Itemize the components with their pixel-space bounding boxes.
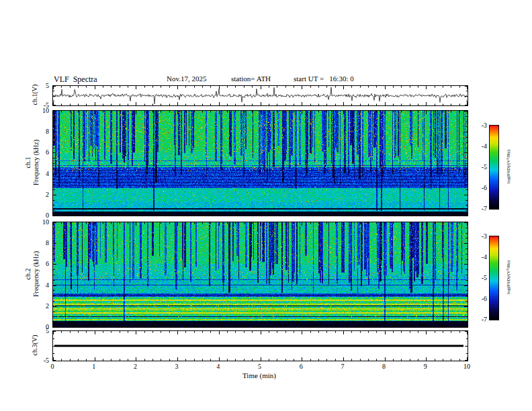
x-tick-label: 6 [300, 363, 303, 370]
colorbar-tick-label: -5 [482, 274, 487, 281]
ch1-frequency-axis-label-line1: ch.1 [24, 140, 32, 185]
ch1-frequency-axis-label-line2: Frequency (kHz) [32, 140, 40, 185]
colorbar-ch1 [489, 125, 499, 210]
x-tick-label: 4 [216, 363, 220, 370]
plot-station: station= ATH [231, 75, 271, 83]
vlf-spectra-figure: VLF Spectra Nov.17, 2025 station= ATH st… [0, 0, 532, 411]
y-tick-label: 10 [42, 218, 49, 226]
y-tick-label: 8 [46, 128, 49, 135]
time-axis-label: Time (min) [242, 371, 276, 379]
plot-title: VLF Spectra [54, 75, 97, 85]
colorbar-tick-label: -4 [482, 253, 487, 261]
x-tick-label: 1 [92, 363, 95, 370]
colorbar-tick-label: -3 [482, 122, 487, 129]
y-tick-label: 5 [46, 82, 49, 89]
ch2-frequency-axis-label: ch.2 Frequency (kHz) [24, 251, 40, 297]
y-tick-label: 4 [46, 281, 49, 288]
colorbar1-unit-label: log(PSD)/(V²/Hz) [506, 150, 511, 183]
ch2-frequency-axis-label-line1: ch.2 [24, 251, 32, 297]
y-tick-label: 6 [46, 148, 49, 156]
y-tick-label: 6 [46, 260, 49, 267]
colorbar-tick-label: -7 [482, 205, 487, 212]
y-tick-label: 8 [46, 239, 49, 246]
ch3-waveform-canvas [52, 330, 468, 361]
x-tick-label: 10 [463, 363, 470, 370]
x-tick-label: 0 [51, 363, 54, 370]
y-tick-label: 2 [46, 302, 49, 309]
colorbar-tick-label: -7 [482, 316, 487, 323]
plot-date: Nov.17, 2025 [167, 75, 206, 83]
plot-start-ut: start UT = 16:30: 0 [294, 75, 354, 83]
y-tick-label: -5 [44, 357, 49, 364]
ch2-frequency-axis-label-line2: Frequency (kHz) [32, 251, 40, 297]
colorbar-tick-label: -5 [482, 163, 487, 171]
ch1-waveform-canvas [52, 85, 468, 106]
y-tick-label: 5 [46, 327, 49, 334]
y-tick-label: 2 [46, 190, 49, 197]
colorbar-tick-label: -4 [482, 142, 487, 150]
x-tick-label: 7 [341, 363, 344, 370]
x-tick-label: 2 [134, 363, 137, 370]
ch1-spectrogram-canvas [52, 110, 468, 216]
x-tick-label: 3 [175, 363, 179, 370]
x-tick-label: 9 [424, 363, 427, 370]
ch1-frequency-axis-label: ch.1 Frequency (kHz) [24, 140, 40, 185]
colorbar-tick-label: -6 [482, 184, 487, 191]
y-tick-label: 4 [46, 169, 49, 177]
colorbar-ch2 [489, 236, 499, 320]
y-tick-label: 10 [42, 107, 49, 114]
x-tick-label: 8 [382, 363, 386, 370]
x-tick-label: 5 [258, 363, 261, 370]
ch3-voltage-axis-label: ch.3(V) [31, 335, 39, 356]
colorbar2-unit-label: log(PSD)/(V²/Hz) [506, 261, 511, 294]
ch1-voltage-axis-label: ch.1(V) [31, 85, 39, 105]
ch2-spectrogram-canvas [52, 222, 468, 328]
colorbar-tick-label: -3 [482, 232, 487, 240]
colorbar-tick-label: -6 [482, 295, 487, 302]
